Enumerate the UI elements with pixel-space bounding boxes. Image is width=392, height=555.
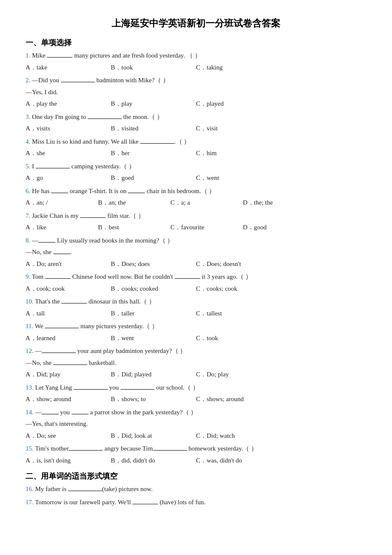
q9-optA: A．cook; cook xyxy=(26,283,111,295)
q1-options: A．take B．took C．taking xyxy=(26,62,366,73)
q12-optB: B．Did; played xyxy=(111,369,196,380)
q6-num: 6. xyxy=(26,188,30,194)
q9-options: A．cook; cook B．cooks; cooked C．cooks; co… xyxy=(26,283,366,295)
q6-optA: A．an; / xyxy=(26,197,98,208)
q6-optB: B．an; the xyxy=(98,197,170,208)
q14-num: 14. xyxy=(26,409,34,416)
question-14: 14. — you a parrot show in the park yest… xyxy=(26,407,366,418)
q1-optC: C．taking xyxy=(196,62,281,73)
q14-optB: B．Did; look at xyxy=(111,431,196,442)
q12-optC: C．Do; play xyxy=(196,369,281,380)
q12-num: 12. xyxy=(26,347,34,354)
q7-num: 7. xyxy=(26,212,30,219)
page-title: 上海延安中学英语新初一分班试卷含答案 xyxy=(26,17,366,30)
q3-options: A．visits B．visited C．visit xyxy=(26,123,366,134)
q14-options: A．Do; see B．Did; look at C．Did; watch xyxy=(26,431,366,442)
q13-num: 13. xyxy=(26,384,34,391)
q1-optB: B．took xyxy=(111,62,196,73)
q7-optD: D．good xyxy=(243,222,315,233)
q17-num: 17. xyxy=(26,499,34,506)
q13-options: A．show; around B．shows; to C．shows; arou… xyxy=(26,394,366,405)
question-11: 11. We many pictures yesterday.（ ） xyxy=(26,321,366,332)
q8-optA: A．Do; aren't xyxy=(26,259,111,270)
q13-optA: A．show; around xyxy=(26,394,111,405)
q1-num: 1. xyxy=(26,52,30,59)
question-9: 9. Tom Chinese food well now. But he cou… xyxy=(26,272,366,283)
q10-num: 10. xyxy=(26,298,34,305)
q2-options: A．play the B．play C．played xyxy=(26,98,366,110)
question-5: 5. I camping yesterday.（ ） xyxy=(26,161,366,172)
question-1: 1. Mike many pictures and ate fresh food… xyxy=(26,50,366,61)
q2-optA: A．play the xyxy=(26,98,111,110)
question-16: 16. My father is (take) pictures now. xyxy=(26,484,366,495)
q7-optC: C．favourite xyxy=(170,222,243,233)
q15-num: 15. xyxy=(26,445,34,452)
q5-optA: A．go xyxy=(26,173,111,184)
q14-optA: A．Do; see xyxy=(26,431,111,442)
q8-num: 8. xyxy=(26,237,30,244)
q6-options: A．an; / B．an; the C．a; a D．the; the xyxy=(26,197,366,208)
q13-optC: C．shows; around xyxy=(196,394,281,405)
question-17: 17. Tomorrow is our farewell party. We'l… xyxy=(26,497,366,508)
q11-optC: C．took xyxy=(196,333,281,344)
q8-optC: C．Does; doesn't xyxy=(196,259,281,270)
q8-optB: B．Does; does xyxy=(111,259,196,270)
q8-sub: —No, she . xyxy=(26,247,366,258)
q2-num: 2. xyxy=(26,77,30,84)
q10-optA: A．tall xyxy=(26,308,111,319)
q12-sub: —No, she basketball. xyxy=(26,358,366,369)
q3-optB: B．visited xyxy=(111,123,196,134)
q3-num: 3. xyxy=(26,113,30,120)
q4-options: A．she B．her C．him xyxy=(26,148,366,159)
q13-optB: B．shows; to xyxy=(111,394,196,405)
question-3: 3. One day I'm going to the moon.（ ） xyxy=(26,112,366,123)
q3-optA: A．visits xyxy=(26,123,111,134)
q11-num: 11. xyxy=(26,323,33,330)
q12-optA: A．Did; play xyxy=(26,369,111,380)
section2-title: 二、用单词的适当形式填空 xyxy=(26,471,366,481)
q11-options: A．learned B．went C．took xyxy=(26,333,366,344)
q10-options: A．tall B．taller C．tallest xyxy=(26,308,366,319)
q15-optA: A．is, isn't doing xyxy=(26,455,111,466)
q2-optC: C．played xyxy=(196,98,281,110)
q3-optC: C．visit xyxy=(196,123,281,134)
section1-title: 一、单项选择 xyxy=(26,38,366,48)
q7-options: A．like B．best C．favourite D．good xyxy=(26,222,366,233)
q15-optC: C．was, didn't do xyxy=(196,455,281,466)
q9-optB: B．cooks; cooked xyxy=(111,283,196,295)
q4-optB: B．her xyxy=(111,148,196,159)
q6-optC: C．a; a xyxy=(170,197,243,208)
q8-options: A．Do; aren't B．Does; does C．Does; doesn'… xyxy=(26,259,366,270)
q2-sub: —Yes, I did. xyxy=(26,87,366,98)
q4-optA: A．she xyxy=(26,148,111,159)
question-8: 8. — Lily usually read books in the morn… xyxy=(26,235,366,246)
q4-optC: C．him xyxy=(196,148,281,159)
q14-sub: —Yes, that's interesting. xyxy=(26,419,366,430)
q7-optA: A．like xyxy=(26,222,98,233)
q15-options: A．is, isn't doing B．did, didn't do C．was… xyxy=(26,455,366,466)
question-15: 15. Tim's mother angry because Tim homew… xyxy=(26,443,366,454)
q10-optB: B．taller xyxy=(111,308,196,319)
q12-options: A．Did; play B．Did; played C．Do; play xyxy=(26,369,366,380)
question-2: 2. —Did you badminton with Mike?（ ） xyxy=(26,75,366,86)
q16-num: 16. xyxy=(26,486,34,492)
q10-optC: C．tallest xyxy=(196,308,281,319)
q7-optB: B．best xyxy=(98,222,170,233)
q11-optB: B．went xyxy=(111,333,196,344)
q11-optA: A．learned xyxy=(26,333,111,344)
q5-optC: C．went xyxy=(196,173,281,184)
q14-optC: C．Did; watch xyxy=(196,431,281,442)
question-7: 7. Jackie Chan is my film star.（ ） xyxy=(26,211,366,222)
q5-options: A．go B．goed C．went xyxy=(26,173,366,184)
q5-optB: B．goed xyxy=(111,173,196,184)
question-12: 12. — your aunt play badminton yesterday… xyxy=(26,346,366,357)
q5-num: 5. xyxy=(26,163,30,170)
question-4: 4. Miss Liu is so kind and funny. We all… xyxy=(26,136,366,147)
question-10: 10. That's the dinosaur in this hall.（ ） xyxy=(26,296,366,307)
q2-optB: B．play xyxy=(111,98,196,110)
q1-optA: A．take xyxy=(26,62,111,73)
q6-optD: D．the; the xyxy=(243,197,315,208)
q9-num: 9. xyxy=(26,273,30,280)
question-6: 6. He has orange T-shirt. It is on chair… xyxy=(26,186,366,197)
q4-num: 4. xyxy=(26,138,30,145)
